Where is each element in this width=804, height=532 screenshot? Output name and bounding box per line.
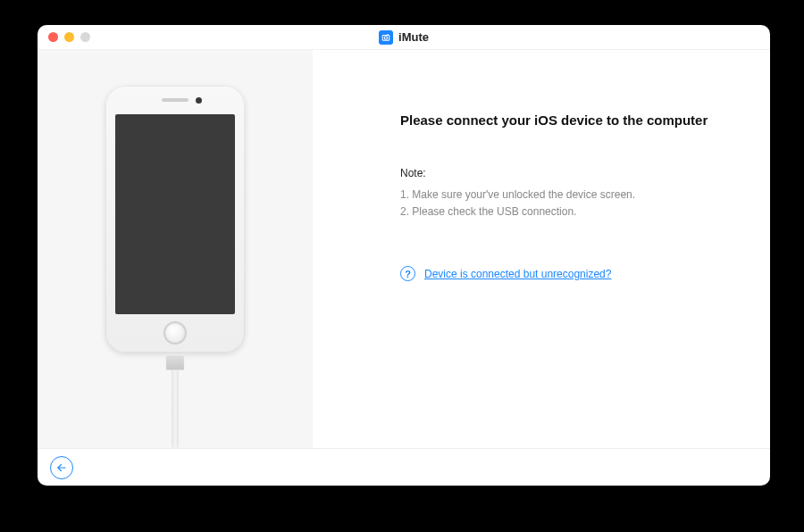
app-window: iMute Please connect your iOS device to …	[38, 25, 770, 486]
instructions-panel: Please connect your iOS device to the co…	[313, 50, 770, 448]
phone-camera-icon	[196, 97, 202, 104]
note-item-2: 2. Please check the USB connection.	[400, 204, 734, 220]
phone-screen	[115, 114, 235, 314]
help-icon: ?	[400, 266, 415, 281]
phone-speaker-icon	[162, 98, 188, 102]
window-controls	[38, 32, 90, 42]
content-area: Please connect your iOS device to the co…	[38, 50, 770, 448]
usb-cable-icon	[172, 370, 179, 448]
app-icon	[379, 30, 393, 45]
footer-bar	[38, 448, 770, 486]
maximize-window-button[interactable]	[80, 32, 90, 42]
help-row: ? Device is connected but unrecognized?	[400, 266, 734, 281]
phone-home-button-icon	[163, 321, 187, 345]
connect-heading: Please connect your iOS device to the co…	[400, 112, 734, 128]
minimize-window-button[interactable]	[64, 32, 74, 42]
phone-illustration	[105, 86, 245, 353]
title-center: iMute	[38, 30, 770, 45]
titlebar: iMute	[38, 25, 770, 50]
app-title: iMute	[398, 30, 429, 44]
device-illustration-panel	[38, 50, 313, 448]
svg-point-1	[384, 36, 387, 38]
phone-top	[105, 86, 245, 114]
device-unrecognized-link[interactable]: Device is connected but unrecognized?	[424, 268, 611, 280]
note-label: Note:	[400, 167, 734, 179]
note-item-1: 1. Make sure your've unlocked the device…	[400, 187, 734, 204]
back-button[interactable]	[50, 456, 73, 479]
cable-connector-icon	[166, 354, 184, 370]
arrow-left-icon	[55, 461, 68, 474]
close-window-button[interactable]	[48, 32, 58, 42]
svg-rect-0	[382, 35, 389, 40]
svg-rect-2	[387, 34, 389, 35]
